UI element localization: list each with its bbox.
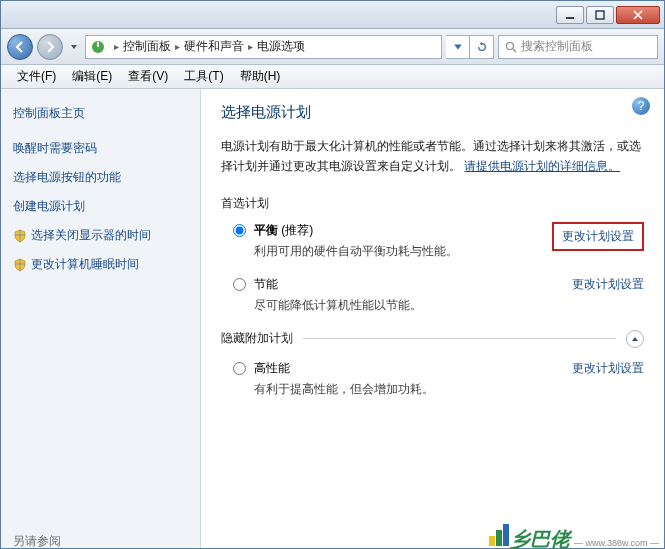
plan-balanced: 平衡 (推荐) 利用可用的硬件自动平衡功耗与性能。 更改计划设置 xyxy=(221,222,644,260)
hidden-plans-label: 隐藏附加计划 xyxy=(221,330,293,347)
plan-balanced-recommended: (推荐) xyxy=(278,223,313,237)
divider xyxy=(303,338,616,339)
maximize-button[interactable] xyxy=(586,6,614,24)
search-input[interactable]: 搜索控制面板 xyxy=(498,35,658,59)
chevron-right-icon: ▸ xyxy=(175,41,180,52)
svg-point-4 xyxy=(507,42,514,49)
plan-balanced-name: 平衡 xyxy=(254,223,278,237)
svg-rect-0 xyxy=(566,17,574,19)
plan-saver-desc: 尽可能降低计算机性能以节能。 xyxy=(254,297,560,314)
plan-saver-name: 节能 xyxy=(254,277,278,291)
plan-high-name: 高性能 xyxy=(254,361,290,375)
shield-icon xyxy=(13,229,27,243)
hidden-plans-header: 隐藏附加计划 xyxy=(221,330,644,348)
address-actions xyxy=(446,35,494,59)
breadcrumb-hardware-sound[interactable]: 硬件和声音 xyxy=(184,38,244,55)
close-button[interactable] xyxy=(616,6,660,24)
plan-high-desc: 有利于提高性能，但会增加功耗。 xyxy=(254,381,560,398)
shield-icon xyxy=(13,258,27,272)
svg-rect-3 xyxy=(97,42,99,47)
desc-more-link[interactable]: 请提供电源计划的详细信息。 xyxy=(464,159,620,173)
main-panel: ? 选择电源计划 电源计划有助于最大化计算机的性能或者节能。通过选择计划来将其激… xyxy=(201,89,664,548)
titlebar xyxy=(1,1,664,29)
plan-saver-radio[interactable] xyxy=(233,278,246,291)
svg-rect-1 xyxy=(596,11,604,19)
menubar: 文件(F) 编辑(E) 查看(V) 工具(T) 帮助(H) xyxy=(1,65,664,89)
address-bar[interactable]: ▸ 控制面板 ▸ 硬件和声音 ▸ 电源选项 xyxy=(85,35,442,59)
nav-history-dropdown[interactable] xyxy=(67,36,81,58)
menu-file[interactable]: 文件(F) xyxy=(9,65,64,88)
search-icon xyxy=(505,41,517,53)
body: 控制面板主页 唤醒时需要密码 选择电源按钮的功能 创建电源计划 选择关闭显示器的… xyxy=(1,89,664,548)
plan-balanced-radio[interactable] xyxy=(233,224,246,237)
sidebar-home-link[interactable]: 控制面板主页 xyxy=(13,105,188,122)
preferred-plans-label: 首选计划 xyxy=(221,195,644,212)
forward-button[interactable] xyxy=(37,34,63,60)
menu-help[interactable]: 帮助(H) xyxy=(232,65,289,88)
chevron-right-icon: ▸ xyxy=(114,41,119,52)
menu-tools[interactable]: 工具(T) xyxy=(176,65,231,88)
plan-saver: 节能 尽可能降低计算机性能以节能。 更改计划设置 xyxy=(221,276,644,314)
sidebar-link-require-password[interactable]: 唤醒时需要密码 xyxy=(13,140,188,157)
collapse-button[interactable] xyxy=(626,330,644,348)
see-also-heading: 另请参阅 xyxy=(13,533,188,548)
svg-line-5 xyxy=(513,49,516,52)
sidebar-link-display-off[interactable]: 选择关闭显示器的时间 xyxy=(13,227,188,244)
sidebar: 控制面板主页 唤醒时需要密码 选择电源按钮的功能 创建电源计划 选择关闭显示器的… xyxy=(1,89,201,548)
page-description: 电源计划有助于最大化计算机的性能或者节能。通过选择计划来将其激活，或选择计划并通… xyxy=(221,136,644,177)
sidebar-link-sleep-time[interactable]: 更改计算机睡眠时间 xyxy=(13,256,188,273)
search-placeholder: 搜索控制面板 xyxy=(521,38,593,55)
menu-edit[interactable]: 编辑(E) xyxy=(64,65,120,88)
help-icon[interactable]: ? xyxy=(632,97,650,115)
plan-balanced-change-link[interactable]: 更改计划设置 xyxy=(552,222,644,251)
sidebar-link-label: 选择关闭显示器的时间 xyxy=(31,227,151,244)
sidebar-link-create-plan[interactable]: 创建电源计划 xyxy=(13,198,188,215)
refresh-button[interactable] xyxy=(470,35,494,59)
sidebar-link-power-button[interactable]: 选择电源按钮的功能 xyxy=(13,169,188,186)
address-dropdown-button[interactable] xyxy=(446,35,470,59)
breadcrumb-power-options[interactable]: 电源选项 xyxy=(257,38,305,55)
navbar: ▸ 控制面板 ▸ 硬件和声音 ▸ 电源选项 搜索控制面板 xyxy=(1,29,664,65)
plan-balanced-desc: 利用可用的硬件自动平衡功耗与性能。 xyxy=(254,243,540,260)
page-title: 选择电源计划 xyxy=(221,103,644,122)
breadcrumb-control-panel[interactable]: 控制面板 xyxy=(123,38,171,55)
power-icon xyxy=(90,39,106,55)
sidebar-link-label: 更改计算机睡眠时间 xyxy=(31,256,139,273)
chevron-right-icon: ▸ xyxy=(248,41,253,52)
plan-high-radio[interactable] xyxy=(233,362,246,375)
plan-high-performance: 高性能 有利于提高性能，但会增加功耗。 更改计划设置 xyxy=(221,360,644,398)
plan-high-change-link[interactable]: 更改计划设置 xyxy=(572,360,644,377)
minimize-button[interactable] xyxy=(556,6,584,24)
plan-saver-change-link[interactable]: 更改计划设置 xyxy=(572,276,644,293)
menu-view[interactable]: 查看(V) xyxy=(120,65,176,88)
window: ▸ 控制面板 ▸ 硬件和声音 ▸ 电源选项 搜索控制面板 文件(F) 编辑(E)… xyxy=(0,0,665,549)
back-button[interactable] xyxy=(7,34,33,60)
